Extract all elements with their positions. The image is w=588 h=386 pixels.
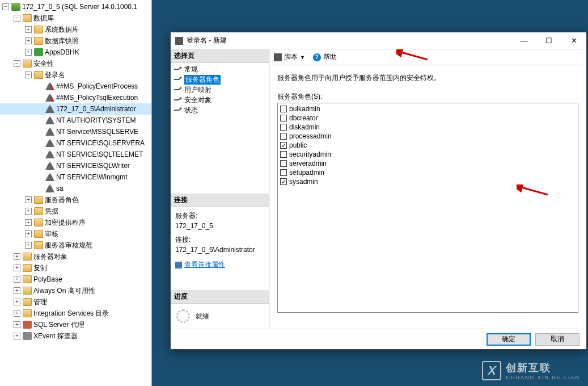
tree-label: SQL Server 代理 bbox=[33, 320, 84, 330]
tree-server-node[interactable]: −172_17_0_5 (SQL Server 14.0.1000.1 bbox=[0, 1, 151, 12]
role-item-serveradmin[interactable]: serveradmin bbox=[280, 159, 576, 168]
collapse-icon[interactable]: − bbox=[25, 72, 32, 78]
login-icon bbox=[45, 150, 54, 158]
close-button[interactable]: ✕ bbox=[561, 32, 586, 49]
help-button[interactable]: 帮助 bbox=[323, 52, 337, 62]
checkbox[interactable] bbox=[280, 151, 287, 158]
connection-icon bbox=[175, 262, 182, 268]
tree-dbsnap-node[interactable]: +数据库快照 bbox=[0, 35, 151, 47]
tree-login-item[interactable]: NT AUTHORITY\SYSTEM bbox=[0, 115, 151, 126]
checkbox[interactable] bbox=[280, 124, 287, 131]
page-server-roles[interactable]: 服务器角色 bbox=[171, 74, 269, 85]
expand-icon[interactable]: + bbox=[25, 196, 32, 203]
tree-logins-node[interactable]: −登录名 bbox=[0, 69, 151, 81]
checkbox[interactable] bbox=[280, 106, 287, 112]
tree-serverroles-node[interactable]: +服务器角色 bbox=[0, 194, 151, 205]
login-icon bbox=[45, 162, 54, 170]
role-name: sysadmin bbox=[289, 177, 318, 186]
expand-icon[interactable]: + bbox=[25, 37, 32, 44]
tree-login-item[interactable]: NT SERVICE\SQLWriter bbox=[0, 160, 151, 171]
connection-info: 服务器: 172_17_0_5 连接: 172_17_0_5\Administr… bbox=[171, 207, 269, 273]
checkbox[interactable]: ✓ bbox=[280, 142, 287, 149]
role-item-dbcreator[interactable]: dbcreator bbox=[280, 114, 576, 123]
expand-icon[interactable]: + bbox=[14, 299, 20, 305]
minimize-button[interactable]: — bbox=[511, 32, 536, 49]
expand-icon[interactable]: + bbox=[25, 208, 32, 215]
role-item-processadmin[interactable]: processadmin bbox=[280, 132, 576, 141]
expand-icon[interactable]: + bbox=[25, 242, 32, 249]
tree-mgmt-node[interactable]: +管理 bbox=[0, 296, 151, 308]
tree-credentials-node[interactable]: +凭据 bbox=[0, 205, 151, 217]
tree-login-item[interactable]: sa bbox=[0, 183, 151, 194]
expand-icon[interactable]: + bbox=[14, 253, 20, 260]
tree-databases-node[interactable]: −数据库 bbox=[0, 12, 151, 24]
tree-label: 复制 bbox=[33, 263, 47, 273]
expand-icon[interactable]: + bbox=[14, 310, 20, 317]
tree-login-item-selected[interactable]: 172_17_0_5\Administrator bbox=[0, 103, 151, 115]
folder-icon bbox=[23, 287, 32, 295]
expand-icon[interactable]: + bbox=[25, 49, 32, 56]
role-item-bulkadmin[interactable]: bulkadmin bbox=[280, 104, 576, 114]
dialog-title-bar[interactable]: 登录名 - 新建 — ☐ ✕ bbox=[171, 32, 586, 49]
page-status[interactable]: 状态 bbox=[171, 105, 269, 115]
tree-auditspec-node[interactable]: +服务器审核规范 bbox=[0, 240, 151, 251]
role-item-setupadmin[interactable]: setupadmin bbox=[280, 168, 576, 177]
tree-iscatalog-node[interactable]: +Integration Services 目录 bbox=[0, 308, 151, 319]
tree-login-item[interactable]: ##MS_PolicyEventProcess bbox=[0, 81, 151, 92]
tree-sysdb-node[interactable]: +系统数据库 bbox=[0, 24, 151, 35]
tree-label: ##MS_PolicyEventProcess bbox=[56, 82, 138, 90]
tree-login-item[interactable]: ##MS_PolicyTsqlExecution bbox=[0, 92, 151, 103]
expand-icon[interactable]: + bbox=[25, 26, 32, 33]
page-securables[interactable]: 安全对象 bbox=[171, 95, 269, 105]
tree-label: Always On 高可用性 bbox=[33, 286, 95, 296]
expand-icon[interactable]: + bbox=[25, 230, 32, 237]
dialog-toolbar: 脚本 ▼ ? 帮助 bbox=[269, 49, 586, 65]
maximize-button[interactable]: ☐ bbox=[536, 32, 561, 49]
expand-icon[interactable]: + bbox=[25, 219, 32, 226]
checkbox[interactable] bbox=[280, 169, 287, 176]
server-roles-listbox[interactable]: bulkadmindbcreatordiskadminprocessadmin✓… bbox=[277, 103, 578, 313]
page-general[interactable]: 常规 bbox=[171, 64, 269, 74]
checkbox[interactable] bbox=[280, 115, 287, 121]
expand-icon[interactable]: + bbox=[14, 265, 20, 271]
tree-xevent-node[interactable]: +XEvent 探查器 bbox=[0, 330, 151, 342]
page-user-mapping[interactable]: 用户映射 bbox=[171, 85, 269, 95]
login-disabled-icon bbox=[45, 82, 54, 90]
role-name: diskadmin bbox=[289, 123, 320, 132]
tree-polybase-node[interactable]: +PolyBase bbox=[0, 274, 151, 285]
expand-icon[interactable]: + bbox=[14, 287, 20, 294]
view-connection-props-link[interactable]: 查看连接属性 bbox=[175, 259, 264, 270]
tree-crypto-node[interactable]: +加密提供程序 bbox=[0, 217, 151, 228]
tree-serverobj-node[interactable]: +服务器对象 bbox=[0, 251, 151, 262]
tree-agent-node[interactable]: +SQL Server 代理 bbox=[0, 319, 151, 330]
checkbox[interactable] bbox=[280, 133, 287, 140]
checkbox[interactable]: ✓ bbox=[280, 178, 287, 185]
tree-appsdb-node[interactable]: +AppsDBHK bbox=[0, 47, 151, 58]
role-item-securityadmin[interactable]: securityadmin bbox=[280, 150, 576, 159]
tree-replication-node[interactable]: +复制 bbox=[0, 262, 151, 274]
cancel-button[interactable]: 取消 bbox=[535, 333, 579, 346]
ok-button[interactable]: 确定 bbox=[487, 333, 531, 346]
role-name: dbcreator bbox=[289, 114, 318, 123]
tree-audit-node[interactable]: +审核 bbox=[0, 228, 151, 240]
expand-icon[interactable]: + bbox=[14, 321, 20, 328]
expand-icon[interactable]: + bbox=[14, 333, 20, 339]
dropdown-arrow-icon[interactable]: ▼ bbox=[300, 54, 305, 60]
expand-icon[interactable]: + bbox=[14, 276, 20, 283]
tree-login-item[interactable]: NT SERVICE\SQLTELEMET bbox=[0, 149, 151, 160]
spinner-icon bbox=[176, 309, 190, 323]
checkbox[interactable] bbox=[280, 160, 287, 167]
tree-alwayson-node[interactable]: +Always On 高可用性 bbox=[0, 285, 151, 296]
collapse-icon[interactable]: − bbox=[14, 15, 20, 22]
tree-login-item[interactable]: NT Service\MSSQLSERVE bbox=[0, 126, 151, 137]
tree-security-node[interactable]: −安全性 bbox=[0, 58, 151, 69]
tree-login-item[interactable]: NT SERVICE\SQLSERVERA bbox=[0, 137, 151, 149]
collapse-icon[interactable]: − bbox=[14, 60, 20, 67]
role-item-public[interactable]: ✓public bbox=[280, 141, 576, 150]
role-item-diskadmin[interactable]: diskadmin bbox=[280, 123, 576, 132]
object-explorer-tree[interactable]: −172_17_0_5 (SQL Server 14.0.1000.1 −数据库… bbox=[0, 0, 151, 343]
role-item-sysadmin[interactable]: ✓sysadmin bbox=[280, 177, 576, 186]
script-button[interactable]: 脚本 bbox=[284, 52, 298, 62]
collapse-icon[interactable]: − bbox=[2, 3, 9, 10]
tree-login-item[interactable]: NT SERVICE\Winmgmt bbox=[0, 171, 151, 183]
